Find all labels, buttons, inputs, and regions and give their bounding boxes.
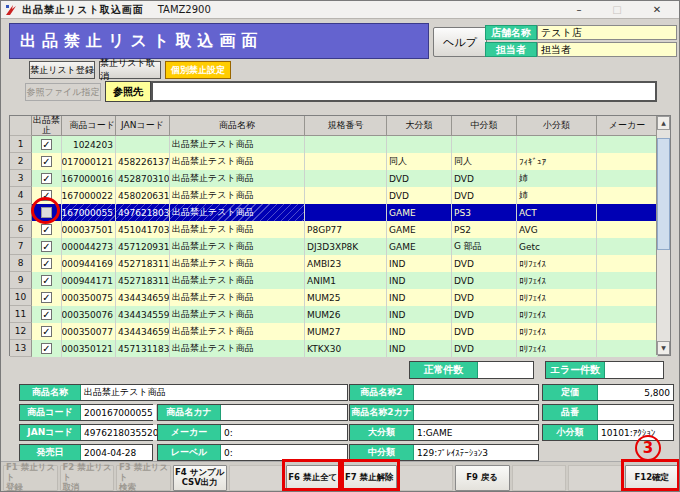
cell-major-category: 同人 (387, 153, 452, 170)
listing-prohibition-import-window: 出品禁止リスト取込画面 TAMZ2900 – □ ✕ 出品禁止リスト取込画面 ヘ… (0, 0, 680, 492)
table-row[interactable]: 4✓2001670000224580206310357出品禁止テスト商品DVDD… (10, 187, 670, 204)
table-row[interactable]: 11✓2830003500764344345599326出品禁止テスト商品MUM… (10, 306, 670, 323)
table-row[interactable]: 7✓2880000442734571209313803出品禁止テスト商品DJ3D… (10, 238, 670, 255)
cell-standard-number: MUM25 (305, 289, 387, 306)
cell-minor-category: 姉 (517, 187, 597, 204)
close-button[interactable]: ✕ (643, 1, 671, 19)
prohibit-checkbox[interactable]: ✓ (41, 309, 52, 320)
cell-maker (597, 187, 658, 204)
file-path-input[interactable] (151, 81, 657, 102)
cell-minor-category: ﾛﾘﾌｪｲｽ (517, 255, 597, 272)
prohibit-checkbox[interactable]: ✓ (41, 292, 52, 303)
label-field[interactable]: 0: (221, 445, 347, 460)
fkey-f9-back[interactable]: F9 戻る (455, 465, 510, 491)
table-row[interactable]: 9✓2830009441714527183119269出品禁止テスト商品ANIM… (10, 272, 670, 289)
header-minor-category: 小分類 (517, 116, 597, 136)
minor-category-field[interactable]: 10101:ｱｸｼｮﾝ (598, 425, 673, 440)
table-row[interactable]: 52001670000554976218035520出品禁止テスト商品GAMEP… (10, 204, 670, 221)
table-row[interactable]: 12✓2830003500774344346599333出品禁止テスト商品MUM… (10, 323, 670, 340)
scroll-down-icon[interactable]: ▼ (657, 341, 670, 355)
cell-maker (597, 153, 658, 170)
tab-prohibit-list-cancel[interactable]: 禁止リスト取消 (99, 61, 161, 79)
table-scrollbar[interactable]: ▲ ▼ (656, 116, 670, 355)
cell-middle-category: DVD (452, 306, 517, 323)
browse-button[interactable]: 参照先 (105, 81, 151, 102)
tab-individual-prohibit-setting[interactable]: 個別禁止設定 (165, 61, 231, 79)
product-name-field[interactable]: 出品禁止テスト商品 (81, 385, 347, 400)
tab-prohibit-list-register[interactable]: 禁止リスト登録 (29, 61, 95, 79)
middle-category-group: 中分類 129:ﾌﾟﾚｲｽﾃｰｼｮﾝ3 (349, 444, 539, 461)
cell-product-code: 288000037501 (62, 221, 116, 238)
cell-maker (597, 204, 658, 221)
product-name2-field[interactable] (414, 385, 538, 400)
release-date-field[interactable]: 2004-04-28 (81, 445, 152, 460)
row-number: 5 (10, 204, 32, 221)
prohibit-checkbox[interactable]: ✓ (41, 173, 52, 184)
table-row[interactable]: 8✓2830009441694527183118276出品禁止テスト商品AMBI… (10, 255, 670, 272)
cell-major-category: GAME (387, 238, 452, 255)
cell-maker (597, 323, 658, 340)
cell-jan-code: 4976218035520 (116, 204, 170, 221)
table-row[interactable]: 13✓2830003501214571311831213出品禁止テスト商品KTK… (10, 340, 670, 357)
cell-product-name: 出品禁止テスト商品 (170, 221, 305, 238)
middle-category-field[interactable]: 129:ﾌﾟﾚｲｽﾃｰｼｮﾝ3 (414, 445, 538, 460)
cell-product-name: 出品禁止テスト商品 (170, 323, 305, 340)
cell-jan-code: 4582261371076 (116, 153, 170, 170)
table-row[interactable]: 1✓1024203出品禁止テスト商品 (10, 136, 670, 153)
scroll-up-icon[interactable]: ▲ (657, 116, 670, 130)
prohibit-checkbox[interactable]: ✓ (41, 156, 52, 167)
row-number: 9 (10, 272, 32, 289)
fkey-f4-sample-csv-output[interactable]: F4 サンプルCSV出力 (173, 465, 228, 491)
scrollbar-thumb[interactable] (657, 138, 670, 250)
product-code-field[interactable]: 200167000055 (81, 405, 156, 420)
cell-standard-number: MUM27 (305, 323, 387, 340)
help-button[interactable]: ヘルプ (433, 27, 487, 57)
maker-field[interactable]: 0: (221, 425, 347, 440)
cell-standard-number (305, 153, 387, 170)
middle-category-label: 中分類 (350, 445, 414, 460)
cell-minor-category (517, 136, 597, 153)
major-category-field[interactable]: 1:GAME (414, 425, 538, 440)
prohibit-checkbox[interactable]: ✓ (41, 343, 52, 354)
fkey-f6-prohibit-all[interactable]: F6 禁止全て (286, 465, 341, 491)
cell-maker (597, 221, 658, 238)
minimize-button[interactable]: – (565, 1, 593, 19)
table-row[interactable]: 3✓2001670000164528703100903出品禁止テスト商品DVDD… (10, 170, 670, 187)
list-price-field[interactable]: 5,800 (598, 385, 673, 400)
cell-jan-code: 4571311831213 (116, 340, 170, 357)
prohibit-checkbox[interactable]: ✓ (41, 190, 52, 201)
store-name-label: 店舗名称 (485, 25, 537, 40)
fkey-empty-slot (229, 465, 284, 491)
normal-count-label: 正常件数 (410, 362, 478, 378)
part-number-field[interactable] (598, 405, 673, 420)
prohibit-checkbox[interactable]: ✓ (41, 224, 52, 235)
prohibit-checkbox[interactable] (41, 207, 52, 218)
fkey-f12-confirm[interactable]: F12確定 (625, 465, 680, 491)
product-name2-kana-field[interactable] (414, 405, 538, 420)
cell-product-code: 283000944169 (62, 255, 116, 272)
product-name2-kana-label: 商品名称2カナ (350, 405, 414, 420)
error-count-label: エラー件数 (546, 362, 605, 378)
prohibit-checkbox[interactable]: ✓ (41, 258, 52, 269)
prohibit-checkbox[interactable]: ✓ (41, 326, 52, 337)
fkey-f7-prohibit-clear[interactable]: F7 禁止解除 (342, 465, 397, 491)
fkey-empty-slot (568, 465, 623, 491)
table-row[interactable]: 6✓2880000375014510417031321出品禁止テスト商品P8GP… (10, 221, 670, 238)
table-row[interactable]: 2✓2000170001214582261371076出品禁止テスト商品同人同人… (10, 153, 670, 170)
major-category-group: 大分類 1:GAME (349, 424, 539, 441)
cell-maker (597, 289, 658, 306)
jan-code-group: JANコード 4976218035520 (19, 424, 153, 441)
cell-product-name: 出品禁止テスト商品 (170, 255, 305, 272)
prohibit-checkbox[interactable]: ✓ (41, 275, 52, 286)
table-row[interactable]: 10✓2830003500754344346599319出品禁止テスト商品MUM… (10, 289, 670, 306)
cell-minor-category: ACT (517, 204, 597, 221)
cell-product-name: 出品禁止テスト商品 (170, 238, 305, 255)
prohibit-checkbox[interactable]: ✓ (41, 139, 52, 150)
jan-code-field[interactable]: 4976218035520 (81, 425, 161, 440)
cell-product-code: 200017000121 (62, 153, 116, 170)
cell-jan-code: 4510417031321 (116, 221, 170, 238)
prohibit-checkbox[interactable]: ✓ (41, 241, 52, 252)
product-kana-field[interactable] (221, 405, 347, 420)
maker-group: メーカー 0: (157, 424, 348, 441)
cell-product-name: 出品禁止テスト商品 (170, 340, 305, 357)
